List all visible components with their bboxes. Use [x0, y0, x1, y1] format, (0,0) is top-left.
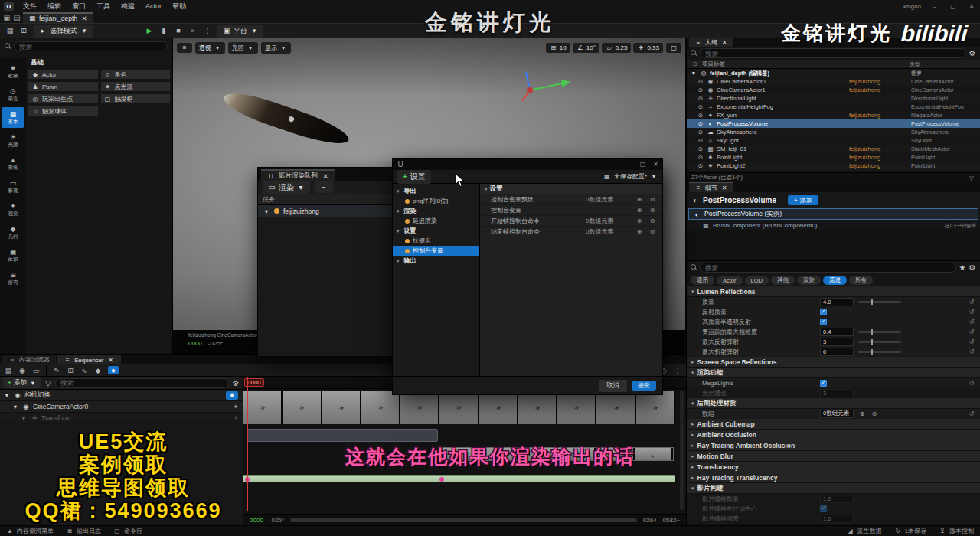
- filter-chip[interactable]: LOD: [745, 276, 769, 285]
- snap-control[interactable]: ✈ 0.33: [633, 43, 663, 53]
- dialog-setting-row[interactable]: 开始帧控制台命令 0数组元素 ⊕ ⊘: [480, 216, 662, 227]
- close-tab-icon[interactable]: ✕: [80, 15, 88, 22]
- bottom-tab[interactable]: ≡ 内容浏览器 ✕: [2, 355, 56, 364]
- outliner-row[interactable]: ⊙ ◉ CineCameraActor0 feijizuizhong CineC…: [687, 77, 980, 86]
- viewport-options-icon[interactable]: ≡: [177, 43, 192, 53]
- sequencer-camera-icon[interactable]: ◉: [18, 367, 26, 374]
- accept-button[interactable]: 接受: [632, 381, 656, 391]
- statusbar-item[interactable]: ⊻ 版本控制: [939, 527, 974, 535]
- details-row[interactable]: 反射质量 ⊕ ⊘ ↺: [687, 307, 980, 317]
- curve-editor-icon[interactable]: ∿: [80, 367, 88, 374]
- add-element-icon[interactable]: ⊕: [635, 207, 643, 214]
- delete-elements-icon[interactable]: ⊘: [648, 228, 656, 235]
- menu-item[interactable]: 帮助: [167, 2, 191, 11]
- place-category[interactable]: ▣ 体积: [2, 245, 24, 266]
- visibility-eye-icon[interactable]: ⊙: [697, 145, 704, 152]
- reset-property-icon[interactable]: ↺: [968, 348, 975, 355]
- unreal-logo-icon[interactable]: U: [4, 2, 14, 11]
- visibility-eye-icon[interactable]: ⊙: [697, 120, 704, 127]
- edit-icon[interactable]: ✎: [53, 367, 60, 374]
- details-row[interactable]: 质量 4.0 ⊕ ⊘ ↺: [687, 297, 980, 307]
- place-category[interactable]: ▭ 影视: [2, 176, 24, 197]
- menu-item[interactable]: 构建: [116, 2, 140, 11]
- place-actor-item[interactable]: ▢ 触发框: [100, 93, 172, 104]
- outliner-search-input[interactable]: [700, 48, 966, 58]
- place-actor-item[interactable]: ○ 触发球体: [28, 106, 99, 116]
- details-row[interactable]: 影片栅格强度 1.0 ⊕ ⊘ ↺: [687, 514, 980, 524]
- details-row[interactable]: Motion Blur ⊕ ⊘ ↺: [687, 451, 980, 462]
- outliner-row[interactable]: ⊙ ◉ CineCameraActor1 feijizuizhong CineC…: [687, 86, 980, 94]
- settings-group-header[interactable]: 设置: [480, 184, 662, 194]
- timeline-vertical-scrollbar[interactable]: [680, 391, 684, 510]
- dialog-maximize-icon[interactable]: ▢: [640, 161, 646, 168]
- bottom-tab[interactable]: ≡ Sequencer ✕: [57, 355, 121, 364]
- add-section-icon[interactable]: +: [232, 414, 240, 422]
- place-actors-search-input[interactable]: [14, 41, 168, 51]
- details-row[interactable]: Ray Tracing Ambient Occlusion ⊕ ⊘ ↺: [687, 440, 980, 451]
- property-value[interactable]: 1.0: [820, 515, 854, 523]
- reset-property-icon[interactable]: ↺: [968, 338, 975, 345]
- sequencer-settings-icon[interactable]: ⚙: [232, 379, 240, 387]
- close-tab-icon[interactable]: ✕: [720, 185, 728, 191]
- details-row[interactable]: Screen Space Reflections ⊕ ⊘ ↺: [687, 357, 980, 368]
- property-slider[interactable]: [858, 351, 901, 353]
- outliner-row[interactable]: ⊙ ☼ SkyLight SkyLight: [687, 136, 980, 145]
- close-tab-icon[interactable]: ✕: [720, 39, 728, 46]
- filter-chip[interactable]: 渲染: [797, 276, 821, 285]
- visibility-eye-icon[interactable]: ⊙: [697, 103, 704, 110]
- details-row[interactable]: 影片栅格数量 1.0 ⊕ ⊘ ↺: [687, 494, 980, 504]
- place-category[interactable]: ◷ 最近: [2, 84, 24, 105]
- property-value[interactable]: 1.0: [820, 495, 854, 503]
- playback-range-track[interactable]: [243, 475, 675, 482]
- filter-chip[interactable]: 通用: [691, 276, 714, 285]
- details-row[interactable]: Ambient Occlusion ⊕ ⊘ ↺: [687, 430, 980, 440]
- content-icon[interactable]: ▣: [3, 14, 11, 22]
- dialog-titlebar[interactable]: U – ▢ ✕: [393, 159, 662, 170]
- outliner-row[interactable]: ⊙ ☀ DirectionalLight DirectionalLight: [687, 94, 980, 103]
- outliner-row[interactable]: ⊙ ✷ PointLight feijizuizhong PointLight: [687, 153, 980, 162]
- settings-nav-item[interactable]: 延迟渲染: [393, 216, 479, 226]
- settings-nav-item[interactable]: 设置: [393, 226, 479, 236]
- lit-dropdown[interactable]: 光照▾: [228, 42, 258, 54]
- add-element-icon[interactable]: ⊕: [635, 228, 643, 235]
- filmstrip-partial[interactable]: ✈ ✈ ✈ ✈ ✈ ✈: [440, 447, 674, 461]
- settings-nav-item[interactable]: 抗锯齿: [393, 236, 479, 246]
- details-row[interactable]: Lumen Reflections ⊕ ⊘ ↺: [687, 286, 980, 297]
- dialog-close-icon[interactable]: ✕: [653, 161, 658, 168]
- instance-row[interactable]: ◐ PostProcessVolume (实例): [688, 208, 978, 220]
- outliner-row[interactable]: ⊙ ☁ SkyAtmosphere SkyAtmosphere: [687, 128, 980, 136]
- tab-details[interactable]: ≡ 细节 ✕: [689, 182, 733, 192]
- mrq-close-icon[interactable]: ✕: [322, 172, 329, 180]
- preset-caret-icon[interactable]: ▾: [650, 173, 658, 180]
- property-value[interactable]: 0: [820, 348, 854, 356]
- pause-button[interactable]: ▮: [160, 27, 168, 34]
- add-section-icon[interactable]: +: [232, 403, 240, 410]
- visibility-eye-icon[interactable]: ⊙: [697, 137, 704, 144]
- outliner-row[interactable]: ⊙ ◐ PostProcessVolume PostProcessVolume: [687, 119, 980, 128]
- save-all-icon[interactable]: ▤: [6, 27, 14, 34]
- mrq-remove-button[interactable]: −: [315, 181, 333, 193]
- sequencer-save-icon[interactable]: ▤: [5, 367, 12, 374]
- property-checkbox[interactable]: [820, 319, 827, 325]
- sequencer-track[interactable]: ▾ ◉ 相机切换 + ◉: [0, 390, 243, 401]
- place-actor-item[interactable]: ☺ 角色: [100, 69, 172, 80]
- delete-elements-icon[interactable]: ⊘: [871, 410, 878, 417]
- track-search-input[interactable]: [55, 378, 229, 388]
- place-actor-item[interactable]: ♟ Pawn: [28, 81, 99, 92]
- add-track-button[interactable]: + 添加 ▾: [3, 377, 41, 388]
- details-row[interactable]: 最大折射弹射 0 ⊕ ⊘ ↺: [687, 347, 980, 357]
- dialog-minimize-icon[interactable]: –: [629, 161, 632, 168]
- place-actor-item[interactable]: ✷ 点光源: [100, 81, 172, 92]
- cancel-button[interactable]: 取消: [599, 380, 627, 392]
- visibility-eye-icon[interactable]: ⊙: [697, 154, 704, 161]
- visibility-eye-icon[interactable]: ⊙: [697, 112, 704, 119]
- platform-dropdown[interactable]: ▣ 平台 ▾: [217, 25, 263, 38]
- dialog-setting-row[interactable]: 控制台变量 ⊕ ⊘: [480, 205, 662, 216]
- snap-control[interactable]: ⊞ 10: [546, 43, 570, 53]
- place-category[interactable]: ⊞ 所有: [2, 268, 24, 289]
- property-value[interactable]: 3: [820, 338, 854, 346]
- property-value[interactable]: 0数组元素: [820, 410, 854, 418]
- details-row[interactable]: 高质量半透明反射 ⊕ ⊘ ↺: [687, 317, 980, 327]
- maximize-viewport-icon[interactable]: ▢: [666, 43, 681, 53]
- close-tab-icon[interactable]: ✕: [107, 357, 115, 364]
